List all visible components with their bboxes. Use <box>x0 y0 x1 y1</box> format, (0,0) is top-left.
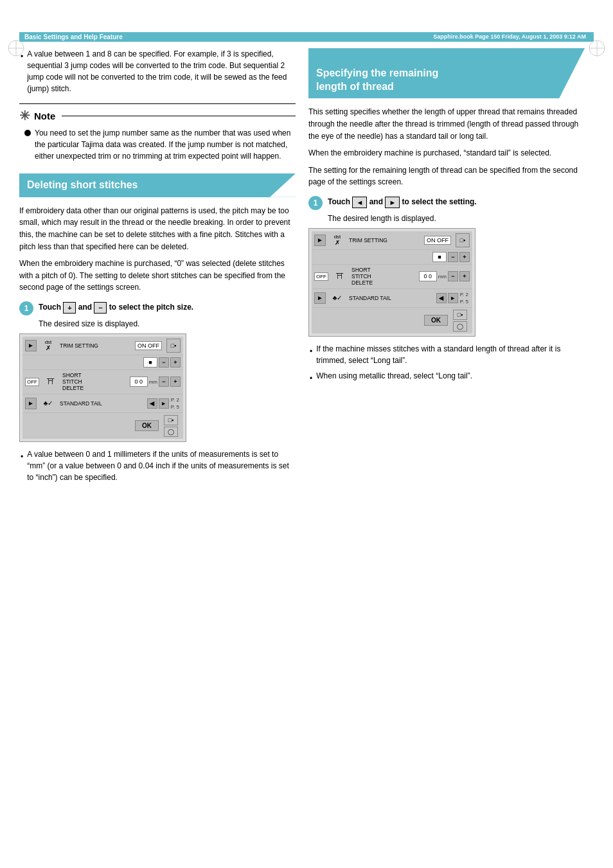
right-arrow-button[interactable]: ► <box>385 197 400 209</box>
specifying-section-header: Specifying the remaining length of threa… <box>308 48 585 98</box>
bullet-dot-l2: • <box>21 451 23 483</box>
left-step1-text: Touch + and − to select the pitch size. <box>39 301 296 314</box>
right-ss-controls2: ■ − + <box>432 252 470 262</box>
right-ss-label3: SHORTSTITCHDELETE <box>351 267 417 287</box>
left-ss-plus2[interactable]: + <box>170 357 181 368</box>
right-step1-text: Touch ◄ and ► to select the setting. <box>328 196 585 208</box>
right-ss-row3: OFF ⛩ SHORTSTITCHDELETE 0 0 mm − + <box>312 265 472 289</box>
left-ss-label4: STANDARD TAIL <box>60 400 145 407</box>
right-ss-bottom-icons: □▪ ◯ <box>453 310 467 332</box>
corner-mark-tl <box>6 39 26 58</box>
plus-button[interactable]: + <box>63 302 76 314</box>
left-ss-plus3[interactable]: + <box>170 376 181 387</box>
right-bottom-bullet1-text: If the machine misses stitches with a st… <box>316 343 585 366</box>
right-ss-plus3[interactable]: + <box>459 271 470 281</box>
file-info: Sapphire.book Page 150 Friday, August 1,… <box>433 33 586 40</box>
left-ss-off3[interactable]: OFF <box>25 378 39 386</box>
right-ss-bottom: OK □▪ ◯ <box>312 308 472 333</box>
left-bottom-bullets: • A value between 0 and 1 millimeters if… <box>19 448 296 483</box>
right-ss-next4[interactable]: ► <box>448 293 458 303</box>
left-ss-bi2: ◯ <box>164 427 178 437</box>
right-ss-prev4[interactable]: ◀ <box>436 293 447 303</box>
left-ss-row2: ■ − + <box>22 355 183 370</box>
specifying-section-header-wrap: Specifying the remaining length of threa… <box>308 48 585 98</box>
right-column: Specifying the remaining length of threa… <box>308 48 585 492</box>
note-item-text: You need to set the jump number same as … <box>35 127 296 162</box>
right-ss-plus2[interactable]: + <box>459 252 470 262</box>
left-bottom-bullet1-text: A value between 0 and 1 millimeters if t… <box>27 448 296 483</box>
left-step1-circle: 1 <box>19 301 33 315</box>
left-ss-unit3: mm <box>149 379 157 385</box>
left-ss-prev4[interactable]: ◀ <box>147 398 157 409</box>
note-box: ✳ Note You need to set the jump number s… <box>19 103 296 162</box>
left-ss-inner: ► dst ✗ TRIM SETTING ON OFF □▪ <box>22 337 183 439</box>
right-ss-label1: TRIM SETTING <box>349 237 422 244</box>
right-ss-icon1: dst ✗ <box>328 235 347 246</box>
right-ss-pageinfo: P. 2P. 5 <box>460 291 468 305</box>
left-step1-row: 1 Touch + and − to select the pitch size… <box>19 301 296 315</box>
left-ss-label3: SHORTSTITCHDELETE <box>62 372 128 392</box>
left-step1-subtext: The desired size is displayed. <box>39 319 296 328</box>
left-ss-minus3[interactable]: − <box>159 376 169 387</box>
right-ss-minus2[interactable]: − <box>448 252 458 262</box>
right-body1: This setting specifies whether the lengt… <box>308 106 585 142</box>
left-arrow-button[interactable]: ◄ <box>352 197 367 209</box>
minus-button[interactable]: − <box>94 302 107 314</box>
content-area: • A value between 1 and 8 can be specifi… <box>19 48 594 492</box>
page: Basic Settings and Help Feature Sapphire… <box>0 32 613 868</box>
header-label: Basic Settings and Help Feature <box>24 33 123 40</box>
right-bottom-bullet2-text: When using metallic thread, select “Long… <box>316 370 472 384</box>
right-bottom-bullet2: • When using metallic thread, select “Lo… <box>310 370 585 384</box>
intro-bullet-text: A value between 1 and 8 can be specified… <box>27 48 296 94</box>
right-ss-controls4: ◀ ► <box>436 293 458 303</box>
right-ss-val3: 0 0 <box>419 271 437 281</box>
left-ss-ok[interactable]: OK <box>135 420 159 431</box>
right-bottom-bullet1: • If the machine misses stitches with a … <box>310 343 585 366</box>
right-ss-icon4: ♣✓ <box>328 295 347 301</box>
left-column: • A value between 1 and 8 can be specifi… <box>19 48 296 492</box>
right-bottom-bullets: • If the machine misses stitches with a … <box>308 343 585 384</box>
note-item: You need to set the jump number same as … <box>24 127 296 162</box>
note-title-text: Note <box>34 111 55 121</box>
bullet-dot-r2: • <box>310 373 312 384</box>
right-settings-screen: ► dst ✗ TRIM SETTING ON OFF □▪ <box>308 228 475 337</box>
left-ss-icon4: ♣✓ <box>39 400 58 407</box>
right-ss-arrow4[interactable]: ► <box>314 292 326 304</box>
left-ss-arrow4[interactable]: ► <box>25 398 37 409</box>
right-ss-val2: ■ <box>432 252 447 262</box>
right-ss-unit3: mm <box>438 274 447 279</box>
right-ss-controls3: 0 0 mm − + <box>419 271 470 281</box>
right-ss-label4: STANDARD TAIL <box>349 295 434 301</box>
left-ss-minus2[interactable]: − <box>159 357 169 368</box>
left-ss-controls3: 0 0 mm − + <box>130 376 181 387</box>
right-ss-row2: ■ − + <box>312 250 472 265</box>
bullet-dot-r1: • <box>310 346 312 366</box>
note-icon: ✳ <box>19 108 30 123</box>
header-bar: Basic Settings and Help Feature Sapphire… <box>19 32 594 42</box>
deleting-section-header: Deleting short stitches <box>19 173 296 197</box>
right-ss-minus3[interactable]: − <box>448 271 458 281</box>
right-ss-onoff[interactable]: ON OFF <box>424 236 451 245</box>
right-ss-arrow1[interactable]: ► <box>314 235 326 246</box>
left-ss-next4[interactable]: ► <box>159 398 169 409</box>
left-ss-bottom: OK □▪ ◯ <box>22 413 183 439</box>
corner-mark-tr <box>587 39 607 58</box>
left-ss-onoff[interactable]: ON OFF <box>135 341 162 350</box>
right-step1-circle: 1 <box>308 196 323 210</box>
right-ss-icon3: ⛩ <box>330 272 350 280</box>
right-step1-subtext: The desired length is displayed. <box>328 214 585 223</box>
note-bullet-dot <box>24 130 31 136</box>
right-step1-row: 1 Touch ◄ and ► to select the setting. <box>308 196 585 210</box>
left-ss-icon3: ⛩ <box>41 378 60 385</box>
left-ss-val3: 0 0 <box>130 376 148 387</box>
left-settings-screen: ► dst ✗ TRIM SETTING ON OFF □▪ <box>19 333 186 442</box>
right-ss-off3[interactable]: OFF <box>314 272 328 281</box>
intro-bullet-block: • A value between 1 and 8 can be specifi… <box>19 48 296 94</box>
right-ss-bi1: □▪ <box>453 310 467 320</box>
left-ss-row4: ► ♣✓ STANDARD TAIL ◀ ► P. 2P. 5 <box>22 394 183 413</box>
left-body2: When the embroidery machine is purchased… <box>19 258 296 294</box>
left-ss-val2: ■ <box>143 357 157 368</box>
right-ss-ok[interactable]: OK <box>424 315 448 326</box>
left-ss-arrow1[interactable]: ► <box>25 340 37 351</box>
right-body2: When the embroidery machine is purchased… <box>308 147 585 159</box>
